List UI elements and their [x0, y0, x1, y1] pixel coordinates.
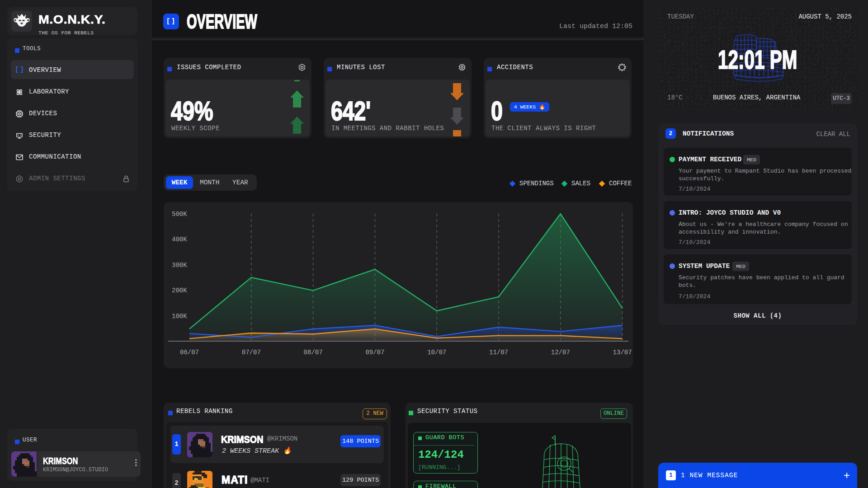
- svg-text:09/07: 09/07: [365, 349, 384, 356]
- svg-text:13/07: 13/07: [613, 349, 632, 356]
- svg-text:11/07: 11/07: [489, 349, 508, 356]
- svg-text:12/07: 12/07: [551, 349, 570, 356]
- svg-text:08/07: 08/07: [304, 349, 323, 356]
- svg-text:100K: 100K: [172, 313, 187, 320]
- svg-text:07/07: 07/07: [242, 349, 261, 356]
- svg-text:200K: 200K: [172, 287, 187, 294]
- svg-text:10/07: 10/07: [427, 349, 446, 356]
- svg-text:300K: 300K: [172, 262, 187, 269]
- svg-text:06/07: 06/07: [180, 349, 199, 356]
- svg-text:500K: 500K: [172, 211, 187, 218]
- svg-text:400K: 400K: [172, 236, 187, 243]
